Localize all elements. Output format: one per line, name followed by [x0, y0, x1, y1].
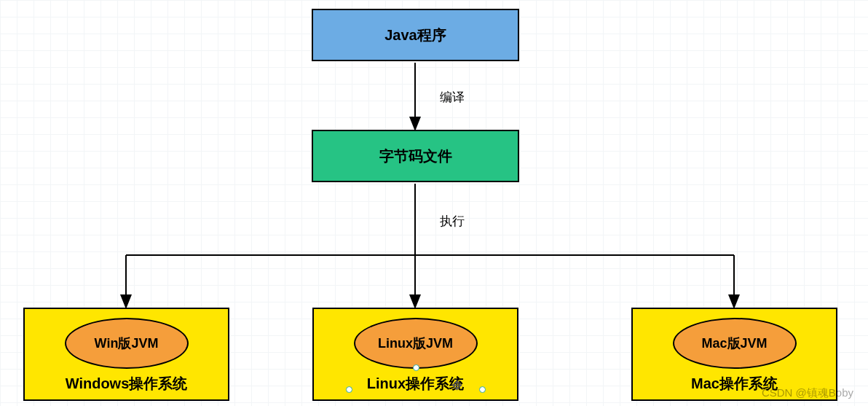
jvm-linux-ellipse: Linux版JVM	[354, 318, 478, 369]
jvm-linux-label: Linux版JVM	[378, 335, 453, 352]
os-windows-label: Windows操作系统	[25, 374, 228, 394]
platform-linux-box[interactable]: Linux版JVM Linux操作系统	[312, 308, 518, 401]
edge-compile-label: 编译	[440, 89, 465, 106]
java-program-label: Java程序	[384, 26, 446, 45]
jvm-windows-ellipse: Win版JVM	[65, 318, 189, 369]
bytecode-box: 字节码文件	[312, 130, 519, 182]
jvm-windows-label: Win版JVM	[95, 335, 159, 352]
os-linux-label: Linux操作系统	[314, 374, 517, 394]
watermark-text: CSDN @镇魂Boby	[762, 386, 853, 400]
edge-execute-label: 执行	[440, 213, 465, 230]
selection-handle-left[interactable]	[346, 386, 352, 393]
platform-windows-box: Win版JVM Windows操作系统	[23, 308, 229, 401]
selection-handle-bottom[interactable]	[413, 364, 419, 371]
jvm-mac-label: Mac版JVM	[701, 335, 767, 352]
bytecode-label: 字节码文件	[379, 147, 452, 166]
java-program-box: Java程序	[312, 9, 519, 61]
rotate-handle-icon[interactable]: ✥	[451, 378, 462, 394]
jvm-mac-ellipse: Mac版JVM	[673, 318, 797, 369]
selection-handle-right[interactable]	[479, 386, 486, 393]
